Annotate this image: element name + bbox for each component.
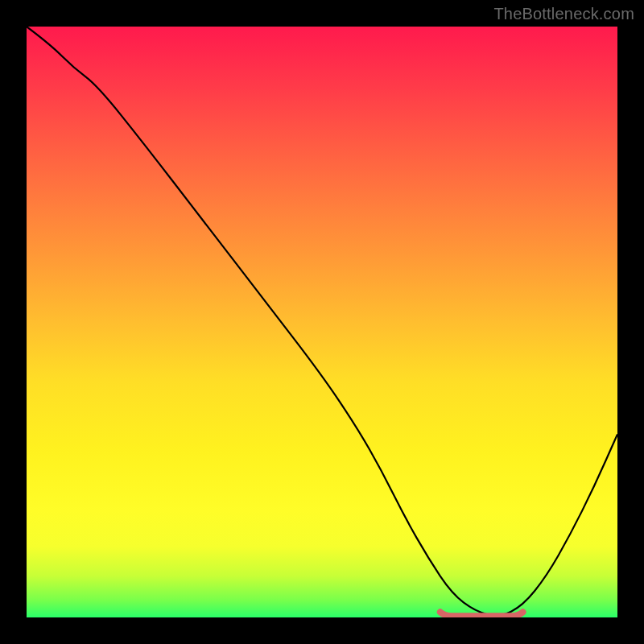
plot-area <box>27 27 617 617</box>
watermark-text: TheBottleneck.com <box>493 5 634 23</box>
curve-layer <box>27 27 617 617</box>
chart-frame: TheBottleneck.com <box>0 0 644 644</box>
bottleneck-curve <box>27 27 617 616</box>
